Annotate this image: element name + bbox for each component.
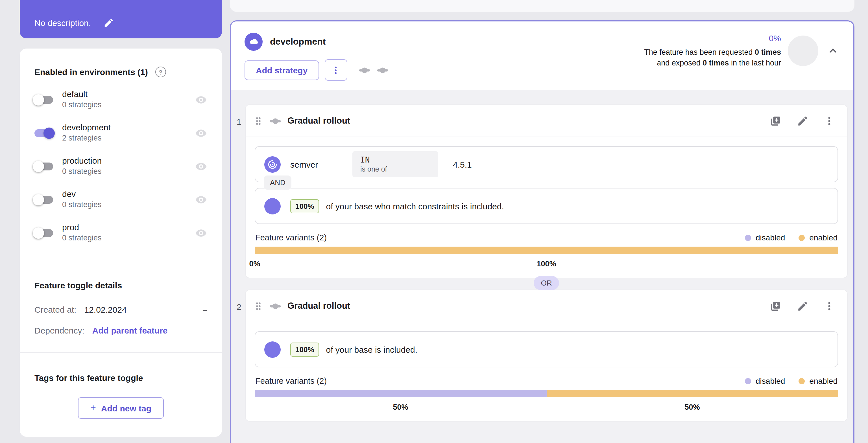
segment-percent-label: 100% [536, 260, 556, 268]
rollout-box: 100% of your base who match constraints … [255, 188, 838, 224]
strategy-number: 2 [237, 302, 241, 311]
disabled-segment [255, 390, 547, 397]
copy-strategy-icon[interactable] [770, 115, 782, 127]
strategy-mini-icon [376, 64, 389, 76]
enabled-segment [255, 247, 838, 254]
environment-toggle-prod[interactable] [34, 229, 53, 237]
description-card: No description. [20, 0, 222, 38]
strategy-title: Gradual rollout [287, 116, 350, 126]
disabled-legend-dot [745, 378, 751, 384]
environment-row-prod: prod 0 strategies [34, 216, 207, 249]
environment-strategy-count: 0 strategies [62, 200, 102, 210]
add-new-tag-button[interactable]: + Add new tag [78, 397, 164, 419]
strategy-menu-icon[interactable] [824, 301, 835, 311]
environment-toggle-default[interactable] [34, 96, 53, 104]
environment-row-development: development 2 strategies [34, 116, 207, 149]
help-icon[interactable]: ? [155, 67, 166, 77]
constraint-field-name: semver [290, 160, 340, 169]
rollout-percentage-badge: 100% [290, 199, 319, 213]
variants-legend: disabled enabled [745, 233, 837, 242]
environment-toggle-development[interactable] [34, 129, 53, 137]
tags-title: Tags for this feature toggle [34, 367, 207, 383]
eye-icon[interactable] [195, 127, 207, 139]
page: No description. Enabled in environments … [0, 0, 868, 443]
rollout-strategy-icon [269, 299, 282, 312]
metrics-donut-placeholder [788, 36, 818, 66]
rollout-pie-icon [264, 341, 281, 357]
feature-variants-label: Feature variants (2) [255, 376, 327, 385]
environment-strategy-count: 2 strategies [62, 133, 111, 143]
segment-percent-label: 0% [249, 260, 260, 268]
strategy-number: 1 [237, 117, 241, 127]
or-separator: OR [245, 278, 848, 289]
drag-handle-icon[interactable] [253, 115, 264, 126]
segment-percent-label: 50% [684, 403, 700, 411]
edit-strategy-icon[interactable] [797, 300, 809, 312]
disabled-legend-label: disabled [755, 376, 785, 385]
environment-title: development [270, 37, 326, 47]
eye-icon[interactable] [195, 93, 207, 106]
drag-handle-icon[interactable] [253, 301, 264, 311]
add-strategy-button[interactable]: Add strategy [245, 60, 319, 80]
constraint-operator: IN is one of [352, 151, 438, 177]
environment-strategy-count: 0 strategies [62, 167, 102, 177]
environment-accordion-card: development Add strategy 0% The feat [230, 20, 855, 443]
environment-name: dev [62, 189, 102, 199]
feature-sidebar-card: Enabled in environments (1) ? default 0 … [20, 48, 222, 437]
constraint-value: 4.5.1 [453, 160, 472, 169]
enabled-segment [547, 390, 838, 397]
variants-bar [255, 247, 838, 254]
constraint-field-icon [264, 156, 281, 172]
rollout-strategy-icon [269, 114, 282, 127]
copy-strategy-icon[interactable] [770, 300, 782, 312]
enabled-legend-label: enabled [809, 376, 837, 385]
strategy-row-2: 2 Gradual rollout [245, 289, 848, 421]
disabled-legend-label: disabled [755, 233, 785, 242]
environment-name: prod [62, 223, 102, 233]
enabled-legend-label: enabled [809, 233, 837, 242]
environment-name: production [62, 156, 102, 166]
metrics-line-1: The feature has been requested 0 times [644, 46, 781, 58]
environments-title: Enabled in environments (1) [34, 67, 148, 77]
eye-icon[interactable] [195, 193, 207, 206]
environment-strategy-count: 0 strategies [62, 100, 102, 110]
strategy-title: Gradual rollout [287, 301, 350, 311]
feature-details-title: Feature toggle details [34, 276, 207, 298]
enabled-legend-dot [799, 378, 805, 384]
environment-toggle-production[interactable] [34, 162, 53, 170]
variants-legend: disabled enabled [745, 376, 837, 385]
segment-percent-label: 50% [393, 403, 408, 411]
rollout-description: of your base is included. [326, 344, 417, 354]
previous-card-edge [230, 0, 855, 12]
rollout-percentage-badge: 100% [290, 342, 319, 356]
strategy-row-1: 1 Gradual rollout [245, 104, 848, 278]
exposure-percent: 0% [644, 33, 781, 44]
edit-description-icon[interactable] [103, 18, 114, 28]
plus-icon: + [90, 402, 96, 414]
environment-toggle-dev[interactable] [34, 196, 53, 203]
add-new-tag-label: Add new tag [101, 403, 151, 413]
dependency-label: Dependency: [34, 326, 85, 335]
environment-strategy-count: 0 strategies [62, 233, 102, 243]
cloud-icon [245, 33, 262, 51]
dependency-row: Dependency: Add parent feature [34, 326, 207, 335]
created-at-label: Created at: [34, 305, 76, 314]
edit-strategy-icon[interactable] [797, 115, 809, 127]
collapse-icon[interactable]: – [203, 305, 207, 314]
environment-row-dev: dev 0 strategies [34, 183, 207, 216]
enabled-legend-dot [799, 235, 805, 241]
eye-icon[interactable] [195, 160, 207, 172]
created-at-value: 12.02.2024 [84, 305, 126, 314]
eye-icon[interactable] [195, 227, 207, 239]
add-parent-feature-link[interactable]: Add parent feature [92, 326, 168, 335]
environment-header: development Add strategy 0% The feat [231, 22, 853, 90]
strategy-list: 1 Gradual rollout [231, 90, 853, 443]
or-chip: OR [534, 276, 559, 290]
chevron-up-icon[interactable] [825, 43, 841, 59]
strategy-menu-icon[interactable] [824, 115, 835, 126]
variants-bar [255, 390, 838, 397]
environment-menu-button[interactable] [324, 59, 347, 81]
metrics-line-2: and exposed 0 times in the last hour [644, 58, 781, 69]
environment-row-production: production 0 strategies [34, 149, 207, 183]
rollout-box: 100% of your base is included. [255, 331, 838, 367]
